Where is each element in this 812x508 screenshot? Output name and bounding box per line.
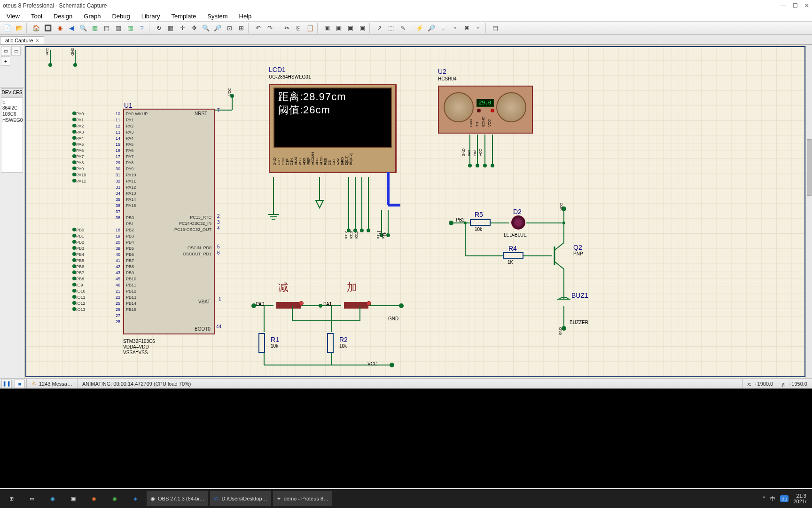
r1-body[interactable]: [258, 333, 265, 353]
pan-icon[interactable]: ✥: [188, 23, 200, 34]
firefox-icon[interactable]: ◉: [85, 491, 103, 506]
obs-icon: ◉: [150, 496, 155, 502]
left-toolbox: ▭ ▭ + DEVICES E 864I2C 103C6 HSWEG01: [0, 45, 24, 378]
net-vcc-2: VCC: [227, 88, 232, 95]
vscode-icon[interactable]: ◈: [126, 491, 145, 506]
excel-icon[interactable]: ▦: [125, 23, 136, 34]
minimize-icon[interactable]: —: [781, 2, 786, 9]
list-item[interactable]: E: [2, 99, 22, 105]
stop-button[interactable]: ■: [15, 380, 25, 388]
menu-tool[interactable]: Tool: [26, 12, 47, 21]
svg-point-47: [367, 229, 370, 232]
cut-icon[interactable]: ✂: [281, 23, 292, 34]
u1-right-mid: PC13_RTCPC14-OSC32_INPC15-OSC32_OUT: [164, 214, 211, 233]
pcb-icon[interactable]: ◉: [54, 23, 65, 34]
zoom-all-icon[interactable]: ⊡: [224, 23, 235, 34]
arduino-icon[interactable]: ▥: [113, 23, 124, 34]
task-view-icon[interactable]: ▭: [23, 491, 41, 506]
undo-icon[interactable]: ↶: [252, 23, 264, 34]
maximize-icon[interactable]: ☐: [793, 2, 798, 9]
list-item[interactable]: 103C6: [2, 111, 22, 117]
list-item[interactable]: HSWEG01: [2, 117, 22, 123]
decompose-icon[interactable]: ✎: [397, 23, 408, 34]
home-icon[interactable]: 🏠: [31, 23, 42, 34]
pick-icon[interactable]: ↗: [374, 23, 385, 34]
r2-body[interactable]: [327, 333, 334, 353]
gerber-icon[interactable]: 🔍: [78, 23, 89, 34]
tab-schematic[interactable]: atic Capture ×: [0, 36, 44, 44]
vertical-scrollbar[interactable]: [805, 45, 812, 378]
task-proteus[interactable]: ✴ demo - Proteus 8…: [273, 491, 332, 506]
messages-count[interactable]: 1243 Messa…: [39, 381, 72, 387]
package-icon[interactable]: ⬚: [385, 23, 397, 34]
warning-icon[interactable]: ⚠: [31, 381, 36, 387]
bom-report-icon[interactable]: ▤: [490, 23, 501, 34]
edge-icon[interactable]: ◉: [43, 491, 62, 506]
help-icon[interactable]: ?: [136, 23, 148, 34]
menu-library[interactable]: Library: [137, 12, 165, 21]
property-icon[interactable]: ≡: [437, 23, 449, 34]
zoom-in-icon[interactable]: 🔍: [200, 23, 211, 34]
menu-template[interactable]: Template: [166, 12, 201, 21]
devices-list[interactable]: E 864I2C 103C6 HSWEG01: [1, 97, 23, 173]
tray-chevron-icon[interactable]: ˄: [763, 496, 765, 502]
open-icon[interactable]: 📂: [14, 23, 25, 34]
3d-icon[interactable]: ◀: [66, 23, 77, 34]
grid-icon[interactable]: ▦: [165, 23, 176, 34]
search-icon[interactable]: 🔎: [426, 23, 437, 34]
bom-icon[interactable]: ▦: [89, 23, 101, 34]
copy-icon[interactable]: ⎘: [293, 23, 304, 34]
menu-system[interactable]: System: [203, 12, 232, 21]
u1-left-inner: PA0-WKUPPA1PA2PA3PA4PA5PA6PA7PA8PA9PA10P…: [126, 111, 148, 313]
new-icon[interactable]: 📄: [2, 23, 13, 34]
menu-debug[interactable]: Debug: [107, 12, 134, 21]
wire-auto-icon[interactable]: ⚡: [414, 23, 425, 34]
svg-point-85: [319, 304, 322, 307]
overview-icon-2[interactable]: ▭: [11, 46, 21, 56]
tab-close-icon[interactable]: ×: [36, 38, 39, 43]
u2-net: GND: [461, 149, 466, 156]
block-delete-icon[interactable]: ▣: [357, 23, 368, 34]
block-rotate-icon[interactable]: ▣: [345, 23, 356, 34]
delete-sheet-icon[interactable]: ✖: [461, 23, 472, 34]
proteus-icon: ✴: [277, 496, 281, 502]
menu-view[interactable]: View: [2, 12, 24, 21]
menu-design[interactable]: Design: [49, 12, 77, 21]
block-move-icon[interactable]: ▣: [333, 23, 344, 34]
ime-icon[interactable]: 中: [770, 495, 775, 502]
pause-button[interactable]: ❚❚: [1, 380, 12, 388]
net-gnd-2: GND: [388, 316, 398, 321]
zoom-area-icon[interactable]: ⊞: [235, 23, 247, 34]
net-vcc-4: VCC: [367, 361, 377, 366]
svg-line-72: [554, 243, 564, 250]
clock-date: 2021/: [793, 499, 806, 504]
close-icon[interactable]: ✕: [804, 2, 809, 9]
exit-sheet-icon[interactable]: ▫: [473, 23, 484, 34]
redo-icon[interactable]: ↷: [264, 23, 275, 34]
terminal-icon[interactable]: ▣: [64, 491, 83, 506]
code-icon[interactable]: ▤: [101, 23, 112, 34]
menu-help[interactable]: Help: [234, 12, 257, 21]
origin-icon[interactable]: ✛: [177, 23, 188, 34]
zoom-out-icon[interactable]: 🔎: [212, 23, 223, 34]
schematic-icon[interactable]: 🔲: [42, 23, 54, 34]
overview-icon[interactable]: ▭: [1, 46, 10, 56]
svg-point-3: [73, 63, 77, 67]
u1-osc: OSCIN_PD0OSCOUT_PD1: [170, 245, 211, 257]
overview-icon-3[interactable]: +: [1, 56, 10, 66]
u1-vdda: VDDA=VDD: [123, 344, 149, 349]
task-obs[interactable]: ◉ OBS 27.1.3 (64-bi…: [147, 491, 208, 506]
net-vcc-3: VCC: [559, 203, 563, 210]
new-sheet-icon[interactable]: ▫: [449, 23, 461, 34]
task-word[interactable]: W D:\Users\Desktop…: [210, 491, 271, 506]
menu-graph[interactable]: Graph: [79, 12, 105, 21]
wechat-icon[interactable]: ◉: [105, 491, 124, 506]
start-button[interactable]: ⊞: [2, 491, 21, 506]
paste-icon[interactable]: 📋: [304, 23, 316, 34]
schematic-canvas[interactable]: VCC GND VCC U1 STM32F103C6 VDDA=VDD VSSA…: [24, 45, 812, 378]
list-item[interactable]: 864I2C: [2, 105, 22, 111]
system-tray[interactable]: ˄ 中 du 21:3 2021/: [763, 493, 810, 504]
baidu-icon[interactable]: du: [780, 495, 789, 502]
refresh-icon[interactable]: ↻: [153, 23, 164, 34]
block-copy-icon[interactable]: ▣: [321, 23, 333, 34]
